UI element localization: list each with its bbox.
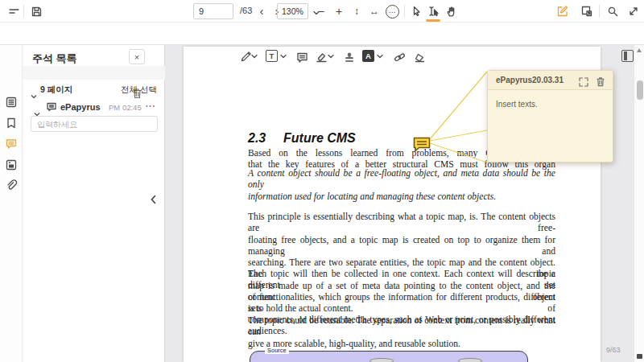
sticky-note-popup-header[interactable]: ePapyrus20.03.31 [488,71,613,90]
section-title: Future CMS [283,131,356,146]
divider [23,5,24,18]
sticky-note-title: ePapyrus20.03.31 [496,76,564,84]
text-line: floating free objects, and a topic map i… [248,235,555,258]
page-total-label: /63 [240,6,252,15]
sidebar-rail [0,45,23,362]
attachments-panel-icon[interactable] [4,179,19,193]
divider [404,5,405,18]
text-line: information used for locating and managi… [248,191,555,203]
previous-page-button[interactable]: ‹ [254,4,269,19]
thumbnails-panel-icon[interactable] [4,95,19,109]
scroll-up-arrow[interactable] [637,48,642,52]
collapse-note-icon[interactable] [579,76,589,86]
annotations-panel-icon[interactable] [4,137,19,151]
select-all-button[interactable]: 전체 선택 [121,84,157,96]
images-panel-icon[interactable] [4,158,19,172]
document-viewport: 2.3 Future CMS Based on the lessons lear… [165,45,644,362]
source-diagram: Source [250,351,528,362]
edit-document-icon[interactable] [555,4,570,19]
annotation-list-item[interactable]: ePapyrus PM 02:45 ⋯ [23,100,165,114]
chevron-down-icon [31,88,37,93]
scrollbar-grip[interactable] [637,354,642,359]
zoom-in-button[interactable]: + [332,4,346,19]
paragraph: The topic could be reusable. The separat… [248,315,555,350]
save-icon[interactable] [29,4,43,19]
panel-close-button[interactable]: × [129,49,145,64]
scrollbar-thumb[interactable] [637,80,643,100]
active-tool-underline [426,19,440,22]
zoom-level-value: 130% [282,6,303,16]
main-toolbar: /63 ‹ › 130% − + ↕ ↔ ⋯ [0,0,644,23]
diagram-label: Source [265,347,289,354]
sticky-note-text[interactable]: Insert texts. [496,100,538,109]
panel-title: 주석 목록 [32,51,77,66]
text-line: This principle is essentially describing… [248,212,555,235]
vertical-scrollbar [634,45,644,362]
sticky-note-popup: ePapyrus20.03.31 Insert texts. [487,70,613,162]
annotation-list-panel: 주석 목록 × 9 페이지 전체 선택 ePapyrus PM 02:45 [23,45,165,362]
highlighter-tool-icon[interactable] [314,50,328,64]
chevron-down-icon [34,105,40,110]
reply-input[interactable] [31,116,158,132]
search-icon[interactable] [605,4,620,19]
sticky-note-annotation-icon[interactable] [413,137,431,152]
zoom-out-button[interactable]: − [314,4,328,19]
text-line: The topic could be reusable. The separat… [248,315,555,339]
text-line: give a more scalable, high-quality, and … [248,339,555,350]
more-options-icon[interactable]: ⋯ [145,100,155,112]
text-select-tool-icon[interactable] [427,4,441,19]
divider [599,5,600,18]
fit-width-icon[interactable]: ↔ [367,4,382,19]
highlighter-dropdown-chevron-icon[interactable] [328,54,334,59]
text-line: A content object should be a free-floati… [248,168,555,191]
text-box-dropdown-chevron-icon[interactable] [280,54,287,59]
page-indicator: 9/63 [606,346,621,354]
hand-tool-icon[interactable] [444,4,459,19]
link-tool-icon[interactable] [392,50,407,64]
cylinder-shape [458,358,482,362]
delete-note-icon[interactable] [596,76,606,86]
annotation-toolbar: T A [0,23,644,45]
sticky-note-tool-icon[interactable] [295,50,309,64]
page-number-input[interactable] [193,3,233,19]
pdf-viewer-app: /63 ‹ › 130% − + ↕ ↔ ⋯ [0,0,644,362]
fit-height-icon[interactable]: ↕ [349,4,364,19]
text-line: Each topic will then be collected in one… [248,269,555,292]
text-highlight-dropdown-chevron-icon[interactable] [377,54,383,59]
panel-action-bar [23,66,165,80]
zoom-level-select[interactable]: 130% [277,3,308,19]
select-tool-icon[interactable] [410,4,424,19]
close-icon: × [134,52,139,62]
collapse-toolbar-icon[interactable] [626,4,641,19]
stamp-tool-icon[interactable] [342,50,357,64]
page-group-header[interactable]: 9 페이지 전체 선택 [23,84,165,97]
text-line: of functionalities, which groups the inf… [248,292,555,315]
annotation-timestamp: PM 02:45 [109,103,142,112]
eraser-tool-icon[interactable] [412,50,427,64]
page-layout-toggle-icon[interactable] [621,50,634,62]
cylinder-shape [369,358,394,362]
bookmarks-panel-icon[interactable] [4,116,19,130]
more-zoom-options-icon[interactable]: ⋯ [386,5,399,19]
menu-icon[interactable] [6,4,21,19]
sidebar-collapse-handle[interactable] [147,191,159,208]
paragraph-italic: A content object should be a free-floati… [248,168,555,203]
section-number: 2.3 [248,131,283,146]
pen-dropdown-chevron-icon[interactable] [251,54,258,59]
section-heading: 2.3 Future CMS [248,131,356,146]
text-box-tool-icon[interactable]: T [266,50,278,62]
page-group-label: 9 페이지 [40,84,72,96]
note-icon [45,101,57,113]
annotation-author: ePapyrus [60,102,101,112]
text-highlight-tool-icon[interactable]: A [362,50,374,62]
export-pages-icon[interactable] [580,4,594,19]
